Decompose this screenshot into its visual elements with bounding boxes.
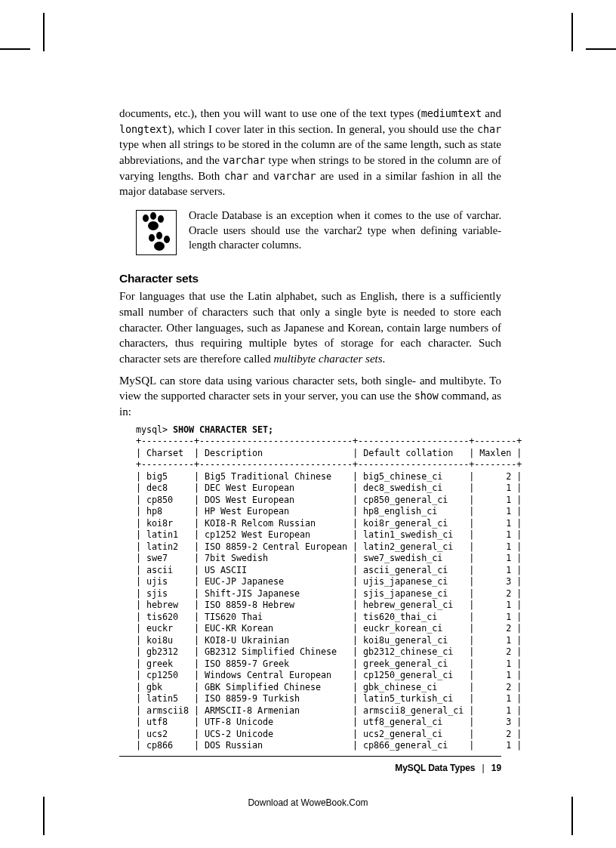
text: Oracle Database is an exception when it … <box>189 209 467 221</box>
sql-output: mysql> SHOW CHARACTER SET; +----------+-… <box>136 424 501 752</box>
sql-prompt: mysql> <box>136 424 173 435</box>
pawprint-icon <box>136 210 177 255</box>
col-charset: Charset <box>146 448 183 458</box>
text: ), which I cover later in this section. … <box>168 123 477 135</box>
footer-section-title: MySQL Data Types <box>395 763 475 773</box>
content-area: documents, etc.), then you will want to … <box>119 106 501 752</box>
svg-point-2 <box>158 215 164 223</box>
code-inline: show <box>414 390 439 402</box>
code-inline: varchar <box>273 170 316 182</box>
col-maxlen: Maxlen <box>479 448 511 458</box>
emphasis: multibyte character sets <box>273 353 382 365</box>
note-box: Oracle Database is an exception when it … <box>119 208 501 255</box>
page: documents, etc.), then you will want to … <box>0 0 616 848</box>
code-inline: varchar <box>467 209 499 221</box>
code-inline: char <box>477 123 501 135</box>
paragraph: For languages that use the Latin alphabe… <box>119 288 501 366</box>
text: . <box>383 353 386 365</box>
note-text: Oracle Database is an exception when it … <box>189 208 501 253</box>
svg-point-4 <box>149 234 155 242</box>
paragraph: documents, etc.), then you will want to … <box>119 106 501 199</box>
col-description: Description <box>205 448 263 458</box>
crop-mark <box>0 48 30 50</box>
sql-command: SHOW CHARACTER SET; <box>173 424 273 435</box>
svg-point-7 <box>154 242 165 251</box>
table-border: +----------+----------------------------… <box>136 436 522 446</box>
code-inline: mediumtext <box>421 107 482 119</box>
code-inline: longtext <box>119 123 168 135</box>
footer-separator: | <box>482 763 485 773</box>
table-border: +----------+----------------------------… <box>136 459 522 470</box>
svg-point-6 <box>164 236 170 243</box>
svg-point-1 <box>150 212 156 220</box>
crop-mark <box>586 48 616 50</box>
table-header-row: | Charset | Description | Default collat… <box>136 448 522 458</box>
crop-mark <box>571 13 573 51</box>
code-inline: varchar <box>223 154 265 166</box>
code-inline: varchar2 <box>324 224 362 236</box>
text: and <box>248 170 273 182</box>
footer-rule <box>119 756 501 757</box>
col-collation: Default collation <box>363 448 453 458</box>
svg-point-0 <box>143 214 149 222</box>
download-note: Download at WoweBook.Com <box>0 797 616 808</box>
heading-character-sets: Character sets <box>119 272 501 285</box>
crop-mark <box>43 13 45 51</box>
code-inline: char <box>224 170 248 182</box>
svg-point-5 <box>156 232 162 239</box>
paragraph: MySQL can store data using various chara… <box>119 373 501 420</box>
table-body: | big5 | Big5 Traditional Chinese | big5… <box>136 471 522 751</box>
svg-point-3 <box>148 221 159 230</box>
page-number: 19 <box>491 763 501 773</box>
text: and <box>482 107 501 119</box>
text: documents, etc.), then you will want to … <box>119 107 421 119</box>
footer: MySQL Data Types | 19 <box>119 763 501 773</box>
